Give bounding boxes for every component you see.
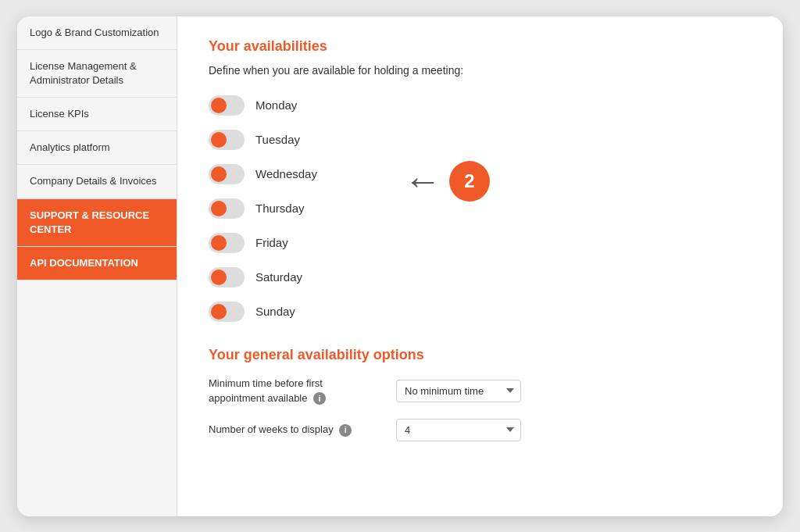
toggle-thursday[interactable]	[209, 198, 245, 219]
toggle-row-monday: Monday	[209, 95, 752, 116]
weeks-label: Number of weeks to display i	[209, 422, 380, 437]
min-time-info-icon[interactable]: i	[313, 392, 326, 405]
toggle-wednesday[interactable]	[209, 164, 245, 184]
day-label-thursday: Thursday	[255, 202, 305, 215]
day-label-monday: Monday	[255, 98, 297, 112]
toggle-row-saturday: Saturday	[209, 267, 752, 287]
toggle-row-thursday: Thursday	[209, 198, 752, 219]
toggle-row-wednesday: Wednesday	[209, 164, 752, 184]
day-label-friday: Friday	[255, 236, 288, 249]
sidebar-item-support-resource[interactable]: SUPPORT & RESOURCE CENTER	[17, 199, 177, 247]
sidebar-item-license-management[interactable]: License Management & Administrator Detai…	[17, 50, 177, 98]
toggle-monday[interactable]	[209, 95, 245, 116]
sidebar-item-api-documentation[interactable]: API DOCUMENTATION	[17, 247, 177, 280]
general-availability-section: Your general availability options Minimu…	[209, 347, 752, 441]
general-section-title: Your general availability options	[209, 347, 752, 363]
weeks-select[interactable]: 4 8 12	[396, 419, 521, 441]
toggle-row-friday: Friday	[209, 233, 752, 253]
toggle-friday[interactable]	[209, 233, 245, 253]
day-label-wednesday: Wednesday	[255, 167, 317, 180]
sidebar-item-analytics-platform[interactable]: Analytics platform	[17, 131, 177, 165]
toggle-row-sunday: Sunday	[209, 302, 752, 322]
sidebar-item-company-details[interactable]: Company Details & Invoices	[17, 165, 177, 198]
sidebar-item-license-kpis[interactable]: License KPIs	[17, 98, 177, 131]
main-content: Your availabilities Define when you are …	[177, 16, 783, 516]
day-label-saturday: Saturday	[255, 270, 302, 284]
toggle-saturday[interactable]	[209, 267, 245, 287]
weeks-info-icon[interactable]: i	[339, 424, 352, 437]
availabilities-description: Define when you are available for holdin…	[209, 64, 752, 77]
day-label-tuesday: Tuesday	[255, 133, 300, 146]
min-time-row: Minimum time before first appointment av…	[209, 376, 752, 406]
sidebar: Logo & Brand Customization License Manag…	[17, 16, 177, 516]
min-time-select[interactable]: No minimum time 1 hour 2 hours 4 hours 1…	[396, 380, 521, 402]
weeks-row: Number of weeks to display i 4 8 12	[209, 419, 752, 441]
availabilities-title: Your availabilities	[209, 38, 752, 55]
toggle-row-tuesday: Tuesday	[209, 130, 752, 150]
day-toggles: Monday Tuesday Wednesday	[209, 95, 752, 322]
toggle-sunday[interactable]	[209, 302, 245, 322]
min-time-label: Minimum time before first appointment av…	[209, 376, 380, 406]
day-label-sunday: Sunday	[255, 305, 295, 318]
sidebar-item-logo-brand[interactable]: Logo & Brand Customization	[17, 16, 177, 50]
toggle-tuesday[interactable]	[209, 130, 245, 150]
